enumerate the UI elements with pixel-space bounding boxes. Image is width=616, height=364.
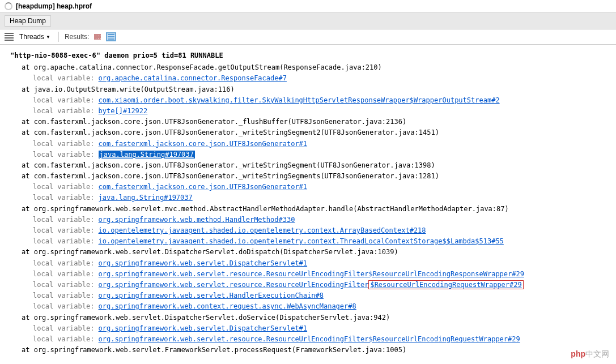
title-bar: [heapdump] heap.hprof [0,0,616,13]
object-link[interactable]: org.springframework.web.method.HandlerMe… [99,216,295,224]
local-variable-label: local variable: [33,270,99,278]
local-variable-label: local variable: [33,140,99,148]
local-variable: local variable: io.opentelemetry.javaage… [10,236,606,247]
object-link[interactable]: org.springframework.web.servlet.Dispatch… [99,324,307,332]
local-variable-label: local variable: [33,96,99,104]
stack-frame: at com.fasterxml.jackson.core.json.UTF8J… [10,160,606,171]
watermark-suffix: 中文网 [585,349,609,358]
local-variable-label: local variable: [33,281,99,289]
grid-results-icon[interactable] [92,32,103,41]
object-link[interactable]: org.springframework.web.servlet.HandlerE… [99,292,324,299]
local-variable: local variable: io.opentelemetry.javaage… [10,225,606,236]
watermark: php中文网 [571,349,609,359]
object-link[interactable]: com.fasterxml.jackson.core.json.UTF8Json… [99,140,307,148]
local-variable: local variable: byte[]#12922 [10,106,606,117]
stack-frame: at org.springframework.web.servlet.Frame… [10,345,606,356]
object-link[interactable]: java.lang.String#197037 [99,194,193,202]
local-variable-label: local variable: [33,183,99,191]
threads-dropdown[interactable]: Threads ▼ [17,32,53,42]
object-link[interactable]: org.springframework.web.servlet.resource… [99,270,524,278]
toolbar: Threads ▼ Results: [0,29,616,45]
stack-frame: at com.fasterxml.jackson.core.json.UTF8J… [10,171,606,182]
threads-dropdown-label: Threads [19,33,44,41]
tab-heap-dump[interactable]: Heap Dump [5,15,51,27]
local-variable: local variable: java.lang.String#197037 [10,192,606,203]
local-variable-label: local variable: [33,107,99,115]
local-variable: local variable: com.xiaomi.order.boot.sk… [10,95,606,106]
object-link[interactable]: byte[]#12922 [99,107,148,115]
local-variable: local variable: org.apache.catalina.conn… [10,73,606,84]
local-variable-label: local variable: [33,237,99,245]
local-variable-label: local variable: [33,259,99,267]
local-variable: local variable: org.springframework.web.… [10,290,606,301]
highlighted-box: $ResourceUrlEncodingRequestWrapper#29 [368,280,523,289]
object-link[interactable]: io.opentelemetry.javaagent.shaded.io.ope… [99,226,426,234]
local-variable: local variable: org.springframework.web.… [10,215,606,225]
window-title-file: heap.hprof [57,2,92,10]
object-link[interactable]: com.fasterxml.jackson.core.json.UTF8Json… [99,183,307,191]
results-label: Results: [65,33,89,41]
local-variable-label: local variable: [33,74,99,82]
local-variable: local variable: org.springframework.web.… [10,301,606,312]
stack-trace-content: "http-nio-8088-exec-6" daemon prio=5 tid… [0,45,616,361]
object-link[interactable]: org.apache.catalina.connector.ResponseFa… [99,74,287,82]
local-variable: local variable: java.lang.String#197037 [10,149,606,160]
local-variable-label: local variable: [33,216,99,224]
object-link[interactable]: org.springframework.web.context.request.… [99,302,356,310]
stack-frame: at org.apache.catalina.connector.Respons… [10,62,606,73]
local-variable-label: local variable: [33,226,99,234]
stack-frame: at org.springframework.web.servlet.Dispa… [10,247,606,258]
tab-bar: Heap Dump [0,13,616,29]
object-link[interactable]: org.springframework.web.servlet.resource… [99,335,520,343]
selected-object-link[interactable]: java.lang.String#197037 [99,151,195,159]
local-variable-label: local variable: [33,292,99,299]
object-link[interactable]: io.opentelemetry.javaagent.shaded.io.ope… [99,237,504,245]
stack-frame: at com.fasterxml.jackson.core.json.UTF8J… [10,127,606,138]
local-variable: local variable: org.springframework.web.… [10,334,606,345]
local-variable: local variable: com.fasterxml.jackson.co… [10,182,606,192]
local-variable-label: local variable: [33,302,99,310]
object-link[interactable]: com.xiaomi.order.boot.skywalking.filter.… [99,96,500,104]
local-variable: local variable: org.springframework.web.… [10,323,606,334]
local-variable-label: local variable: [33,194,99,202]
chevron-down-icon: ▼ [46,35,50,40]
stack-frame: at org.springframework.web.servlet.Dispa… [10,312,606,323]
local-variable-label: local variable: [33,324,99,332]
local-variable: local variable: org.springframework.web.… [10,280,606,290]
toolbar-separator [58,32,59,42]
stack-frame: at org.springframework.web.servlet.mvc.m… [10,204,606,215]
stack-frame: at java.io.OutputStream.write(OutputStre… [10,84,606,95]
thread-header: "http-nio-8088-exec-6" daemon prio=5 tid… [10,50,606,61]
object-link[interactable]: org.springframework.web.servlet.Dispatch… [99,259,307,267]
object-link[interactable]: $ResourceUrlEncodingRequestWrapper#29 [370,281,521,289]
object-link[interactable]: org.springframework.web.servlet.resource… [99,281,369,289]
watermark-brand: php [571,349,585,358]
local-variable: local variable: org.springframework.web.… [10,269,606,280]
list-view-icon[interactable] [5,33,14,41]
local-variable-label: local variable: [33,335,99,343]
list-results-icon[interactable] [106,32,116,41]
local-variable: local variable: com.fasterxml.jackson.co… [10,139,606,149]
window-title-prefix: [heapdump] [16,2,55,10]
loading-icon [5,2,12,10]
local-variable-label: local variable: [33,151,99,159]
local-variable: local variable: org.springframework.web.… [10,258,606,269]
stack-frame: at com.fasterxml.jackson.core.json.UTF8J… [10,117,606,127]
